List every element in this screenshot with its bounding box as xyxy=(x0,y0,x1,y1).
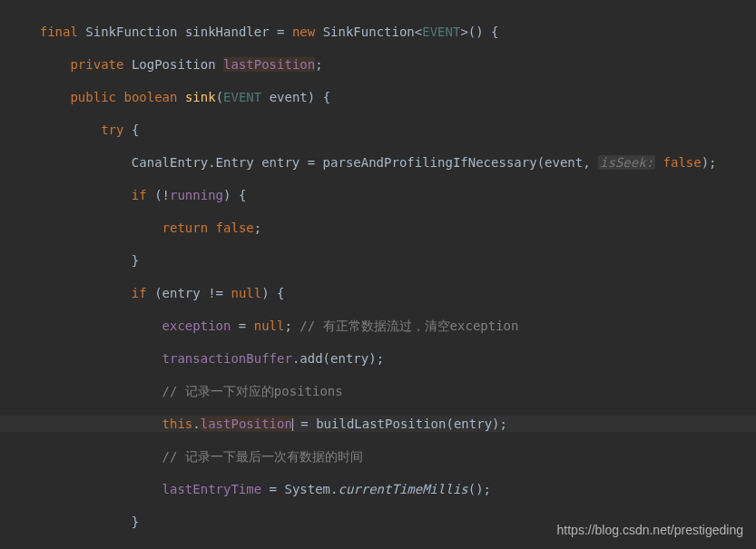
keyword-final: final xyxy=(40,25,78,39)
type-name: CanalEntry.Entry xyxy=(132,155,254,170)
class-ref: System xyxy=(284,482,330,496)
comment: // 记录一下对应的positions xyxy=(162,384,343,398)
code-line: lastEntryTime = System.currentTimeMillis… xyxy=(0,481,756,497)
field-highlighted: lastPosition xyxy=(201,417,292,431)
param-hint: isSeek: xyxy=(598,155,655,170)
type-name: LogPosition xyxy=(132,57,216,72)
code-line: private LogPosition lastPosition; xyxy=(0,56,756,73)
param-type: EVENT xyxy=(223,90,261,104)
bool-literal: false xyxy=(216,221,254,235)
null-literal: null xyxy=(231,286,261,300)
return-type: boolean xyxy=(123,90,177,104)
code-editor[interactable]: final SinkFunction sinkHandler = new Sin… xyxy=(0,0,756,549)
keyword-try: try xyxy=(101,123,123,137)
code-line: public boolean sink(EVENT event) { xyxy=(0,89,756,105)
arg: entry xyxy=(330,351,368,366)
code-line: // 记录一下最后一次有数据的时间 xyxy=(0,448,756,465)
code-line: try { xyxy=(0,122,756,138)
var-ref: entry xyxy=(162,286,201,300)
code-line: transactionBuffer.add(entry); xyxy=(0,350,756,367)
static-method: currentTimeMillis xyxy=(338,482,467,496)
field-ref: transactionBuffer xyxy=(162,351,292,366)
code-line: // 记录一下对应的positions xyxy=(0,383,756,399)
param-name: event xyxy=(270,90,308,104)
keyword-if: if xyxy=(132,286,147,300)
bool-literal: false xyxy=(663,155,702,170)
code-line-active: this.lastPosition = buildLastPosition(en… xyxy=(0,416,756,432)
comment: // 记录一下最后一次有数据的时间 xyxy=(162,449,363,464)
type-name: SinkFunction xyxy=(85,25,177,39)
code-line: exception = null; // 有正常数据流过，清空exception xyxy=(0,318,756,334)
field-highlighted: lastPosition xyxy=(223,57,315,72)
ctor-name: SinkFunction xyxy=(323,25,415,39)
var-name: entry xyxy=(261,155,299,170)
code-line: return false; xyxy=(0,220,756,236)
code-line: if (entry != null) { xyxy=(0,285,756,301)
text-cursor xyxy=(292,418,293,431)
keyword-private: private xyxy=(70,57,123,72)
method-call: add xyxy=(299,351,322,366)
keyword-if: if xyxy=(132,188,147,202)
method-name: sink xyxy=(185,90,216,104)
code-line: final SinkFunction sinkHandler = new Sin… xyxy=(0,24,756,40)
type-param: EVENT xyxy=(422,25,460,39)
code-line: } xyxy=(0,252,756,269)
arg: entry xyxy=(454,417,492,431)
code-line: CanalEntry.Entry entry = parseAndProfili… xyxy=(0,154,756,171)
arg: event xyxy=(545,155,583,170)
field-ref: exception xyxy=(162,319,231,333)
method-call: buildLastPosition xyxy=(316,417,446,431)
null-literal: null xyxy=(254,319,285,333)
comment: // 有正常数据流过，清空exception xyxy=(299,319,518,333)
keyword-public: public xyxy=(70,90,116,104)
field-ref: lastEntryTime xyxy=(162,482,262,496)
field-ref: running xyxy=(170,188,223,202)
keyword-new: new xyxy=(292,25,315,39)
keyword-return: return xyxy=(162,221,209,235)
keyword-this: this xyxy=(162,417,193,431)
code-line: if (!running) { xyxy=(0,187,756,203)
method-call: parseAndProfilingIfNecessary xyxy=(323,155,537,170)
var-name: sinkHandler xyxy=(185,25,270,39)
watermark: https://blog.csdn.net/prestigeding xyxy=(557,522,743,538)
